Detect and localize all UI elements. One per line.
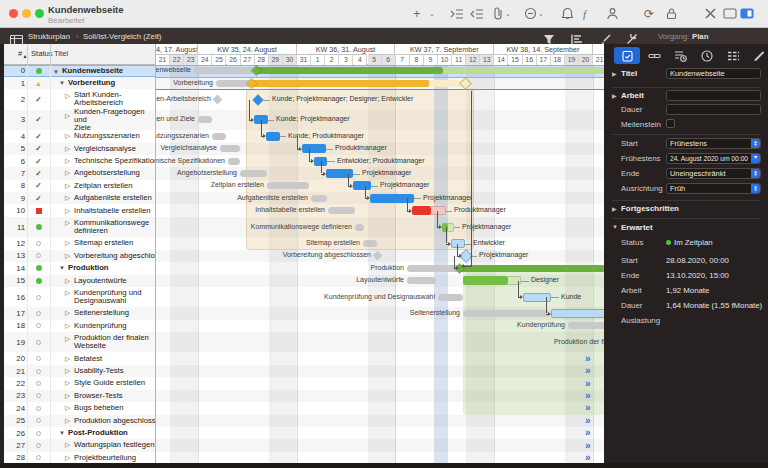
timeline-day-label[interactable]: 7 [396,54,410,65]
tab-links[interactable] [641,47,667,64]
disclosure-triangle-icon[interactable]: ▶ [612,70,617,77]
timeline-day-label[interactable]: 5 [368,54,382,65]
tab-notes[interactable] [746,47,768,64]
timeline-day-label[interactable]: 18 [551,54,565,65]
task-bar[interactable] [412,206,431,215]
tab-attributes[interactable] [720,47,746,64]
leaf-arrow-icon[interactable]: ▷ [65,402,70,414]
leaf-arrow-icon[interactable]: ▷ [65,110,70,123]
collapse-arrow-icon[interactable]: ▼ [59,262,65,274]
timeline-day-label[interactable]: 30 [283,54,297,65]
collapse-arrow-icon[interactable]: ▼ [59,427,65,439]
offscreen-task-icon[interactable]: » [585,365,590,376]
notifications-icon[interactable] [561,5,574,22]
timeline-day-label[interactable]: 12 [466,54,480,65]
inspector-text-field[interactable] [666,90,761,101]
offscreen-task-icon[interactable]: » [585,427,590,438]
panel-right-icon[interactable] [740,5,754,22]
date-dropdown-icon[interactable]: ▾ [751,154,760,163]
leaf-arrow-icon[interactable]: ▷ [65,365,70,377]
timeline-day-label[interactable]: 23 [184,54,198,65]
outdent-icon[interactable] [470,5,484,22]
leaf-arrow-icon[interactable]: ▷ [65,275,70,287]
timeline-week-label[interactable]: KW 35, 24. August [198,44,296,54]
timeline-day-label[interactable]: 1 [311,54,325,65]
timeline-day-label[interactable]: 15 [509,54,523,65]
leaf-arrow-icon[interactable]: ▷ [65,439,70,451]
resources-icon[interactable] [606,5,619,22]
task-bar[interactable] [551,309,604,318]
leaf-arrow-icon[interactable]: ▷ [65,287,70,300]
leaf-arrow-icon[interactable]: ▷ [65,377,70,389]
leaf-arrow-icon[interactable]: ▷ [65,320,70,332]
add-icon[interactable]: + [413,5,421,22]
offscreen-task-icon[interactable]: » [585,440,590,451]
leaf-arrow-icon[interactable]: ▷ [65,390,70,402]
inspector-select[interactable]: Früh▲▼ [666,183,761,194]
leaf-arrow-icon[interactable]: ▷ [65,89,70,102]
lock-icon[interactable] [666,5,677,22]
timeline-day-label[interactable]: 17 [537,54,551,65]
summary-bar[interactable] [256,67,443,74]
remove-icon[interactable] [524,5,537,22]
remove-chevron-icon[interactable]: ⌄ [538,5,544,22]
collapse-arrow-icon[interactable]: ▼ [59,77,65,89]
disclosure-triangle-icon[interactable]: ▼ [612,224,618,230]
breadcrumb-view[interactable]: Strukturplan [28,32,70,41]
offscreen-task-icon[interactable]: » [585,452,590,463]
indent-icon[interactable] [450,5,464,22]
function-icon[interactable]: f [583,5,586,22]
leaf-arrow-icon[interactable]: ▷ [65,452,70,463]
select-stepper-icon[interactable]: ▲▼ [751,184,760,193]
offscreen-task-icon[interactable]: » [585,402,590,413]
tools-icon[interactable] [704,5,717,22]
milestone-checkbox[interactable] [666,119,675,128]
task-bar[interactable] [302,144,326,153]
timeline-day-label[interactable]: 31 [297,54,311,65]
leaf-arrow-icon[interactable]: ▷ [65,130,70,142]
timeline-day-label[interactable]: 16 [523,54,537,65]
timeline-day-label[interactable]: 29 [269,54,283,65]
timeline-day-label[interactable]: 21 [156,54,170,65]
timeline-day-label[interactable]: 10 [438,54,452,65]
timeline-day-label[interactable]: 11 [452,54,466,65]
leaf-arrow-icon[interactable]: ▷ [65,217,70,230]
tab-info[interactable] [614,47,640,64]
attach-icon[interactable] [492,5,504,22]
leaf-arrow-icon[interactable]: ▷ [65,180,70,192]
timeline-day-label[interactable]: 28 [255,54,269,65]
leaf-arrow-icon[interactable]: ▷ [65,353,70,365]
select-stepper-icon[interactable]: ▲▼ [751,169,760,178]
timeline-week-label[interactable] [593,44,604,54]
timeline-day-label[interactable]: 25 [212,54,226,65]
offscreen-task-icon[interactable]: » [585,353,590,364]
leaf-arrow-icon[interactable]: ▷ [65,237,70,249]
timeline-day-label[interactable]: 3 [339,54,353,65]
select-stepper-icon[interactable]: ▲▼ [751,139,760,148]
context-value[interactable]: Plan [692,32,708,41]
disclosure-triangle-icon[interactable]: ▶ [612,205,617,212]
timeline-week-label[interactable]: 4, 17. August [156,44,198,54]
timeline-day-label[interactable]: 22 [170,54,184,65]
minimize-window-button[interactable] [22,9,31,18]
offscreen-task-icon[interactable]: » [585,390,590,401]
timeline-week-label[interactable]: KW 38, 14. September [494,44,593,54]
leaf-arrow-icon[interactable]: ▷ [65,167,70,179]
leaf-arrow-icon[interactable]: ▷ [65,332,70,345]
tab-schedule[interactable] [667,47,693,64]
panel-left-icon[interactable] [723,5,737,22]
timeline-day-label[interactable]: 24 [198,54,212,65]
close-window-button[interactable] [9,9,18,18]
column-header-title[interactable]: Titel [54,49,68,58]
leaf-arrow-icon[interactable]: ▷ [65,307,70,319]
task-bar[interactable] [463,276,508,285]
timeline-day-label[interactable]: 9 [424,54,438,65]
leaf-arrow-icon[interactable]: ▷ [65,143,70,155]
timeline-day-label[interactable]: 6 [382,54,396,65]
timeline-day-label[interactable]: 19 [565,54,579,65]
timeline-day-label[interactable]: 14 [494,54,508,65]
leaf-arrow-icon[interactable]: ▷ [65,415,70,427]
summary-bar[interactable] [251,80,429,87]
task-bar[interactable] [451,239,465,248]
disclosure-triangle-icon[interactable]: ▶ [612,92,617,99]
